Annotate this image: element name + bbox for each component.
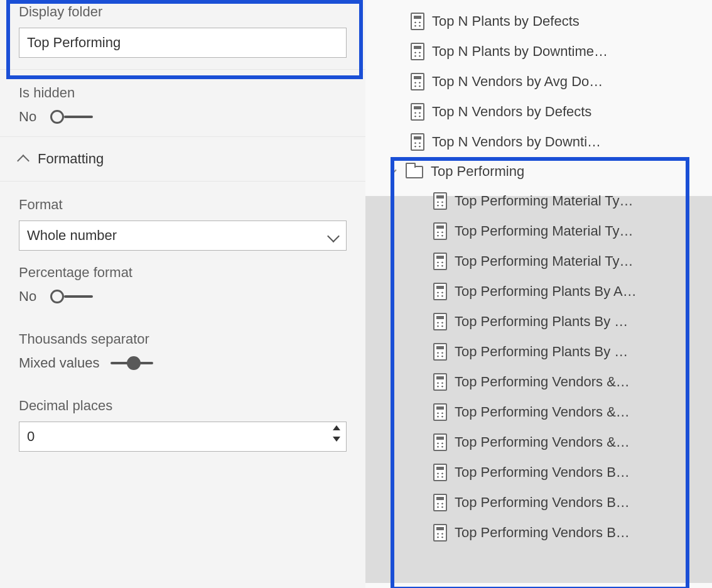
toggle-track-icon (50, 114, 93, 120)
measure-label: Top Performing Vendors B… (455, 464, 630, 481)
measure-item[interactable]: Top N Plants by Defects (406, 6, 712, 36)
measure-label: Top Performing Material Ty… (455, 253, 633, 270)
display-folder-input[interactable] (19, 28, 347, 58)
measure-icon (433, 313, 447, 330)
is-hidden-value: No (19, 109, 40, 125)
decimal-places-label: Decimal places (19, 398, 347, 414)
spinner-arrows[interactable] (333, 425, 340, 442)
measure-icon (433, 433, 447, 451)
measure-label: Top Performing Plants By A… (455, 283, 637, 300)
measure-item[interactable]: Top N Vendors by Downti… (406, 127, 712, 157)
measure-item[interactable]: Top Performing Vendors &… (406, 397, 712, 427)
measure-icon (433, 464, 447, 481)
toggle-track-icon (111, 360, 153, 366)
percentage-format-toggle[interactable]: No (19, 288, 347, 305)
display-folder-section: Display folder (0, 0, 365, 70)
measure-item[interactable]: Top Performing Material Ty… (406, 186, 712, 216)
thousands-separator-toggle[interactable]: Mixed values (19, 355, 347, 371)
measure-item[interactable]: Top Performing Material Ty… (406, 216, 712, 246)
folder-icon (406, 166, 423, 178)
measure-label: Top Performing Vendors &… (455, 404, 630, 420)
measure-item[interactable]: Top Performing Vendors B… (406, 487, 712, 518)
measure-item[interactable]: Top Performing Vendors &… (406, 367, 712, 397)
measure-label: Top Performing Material Ty… (455, 223, 633, 239)
measure-label: Top Performing Material Ty… (455, 193, 633, 209)
measure-icon (411, 43, 424, 60)
measure-label: Top Performing Vendors &… (455, 374, 630, 390)
formatting-section-title: Formatting (38, 151, 104, 167)
measure-item[interactable]: Top Performing Vendors B… (406, 457, 712, 487)
format-section: Format (0, 182, 365, 262)
measure-item[interactable]: Top Performing Material Ty… (406, 246, 712, 276)
fields-tree: Top N Plants by Defects Top N Plants by … (365, 6, 712, 548)
formatting-section-header[interactable]: Formatting (0, 137, 365, 182)
properties-panel: Display folder Is hidden No Formatting F… (0, 0, 365, 588)
percentage-format-label: Percentage format (19, 264, 347, 281)
measure-icon (433, 253, 447, 270)
measure-label: Top Performing Plants By … (455, 344, 628, 360)
measure-icon (433, 283, 447, 300)
decimal-places-section: Decimal places (0, 383, 365, 463)
chevron-up-icon (17, 155, 30, 167)
decimal-places-input[interactable] (19, 422, 347, 452)
measure-label: Top Performing Vendors B… (455, 494, 630, 511)
format-select[interactable] (19, 220, 347, 251)
measure-item[interactable]: Top Performing Vendors B… (406, 518, 712, 548)
format-label: Format (19, 197, 347, 213)
measure-icon (411, 73, 424, 90)
thousands-separator-label: Thousands separator (19, 331, 347, 347)
measure-icon (433, 524, 447, 542)
measure-icon (433, 373, 447, 391)
measure-icon (433, 343, 447, 361)
measure-icon (411, 133, 424, 151)
toggle-track-icon (50, 293, 93, 300)
measure-icon (411, 13, 424, 30)
display-folder-label: Display folder (19, 4, 347, 20)
arrow-up-icon (333, 425, 340, 430)
is-hidden-section: Is hidden No (0, 70, 365, 137)
measure-label: Top N Plants by Defects (432, 13, 580, 30)
measure-item[interactable]: Top N Plants by Downtime… (406, 36, 712, 67)
thousands-separator-value: Mixed values (19, 355, 100, 371)
measure-label: Top Performing Vendors &… (455, 434, 630, 450)
measure-icon (433, 494, 447, 511)
measure-icon (433, 192, 447, 210)
measure-item[interactable]: Top Performing Plants By … (406, 337, 712, 367)
fields-panel: Top N Plants by Defects Top N Plants by … (365, 0, 712, 588)
is-hidden-toggle[interactable]: No (19, 109, 347, 125)
arrow-down-icon (333, 437, 340, 442)
measure-icon (433, 403, 447, 421)
measure-item[interactable]: Top Performing Plants By … (406, 307, 712, 337)
measure-item[interactable]: Top N Vendors by Avg Do… (406, 67, 712, 97)
measure-label: Top N Vendors by Avg Do… (432, 74, 603, 90)
folder-label: Top Performing (431, 163, 524, 180)
measure-item[interactable]: Top Performing Plants By A… (406, 276, 712, 307)
is-hidden-label: Is hidden (19, 85, 347, 101)
percentage-format-section: Percentage format No (0, 262, 365, 316)
measure-icon (411, 103, 424, 121)
thousands-separator-section: Thousands separator Mixed values (0, 316, 365, 383)
folder-row[interactable]: Top Performing (391, 157, 712, 186)
measure-item[interactable]: Top N Vendors by Defects (406, 97, 712, 127)
measure-icon (433, 222, 447, 240)
measure-label: Top N Plants by Downtime… (432, 43, 608, 60)
measure-label: Top N Vendors by Defects (432, 104, 591, 120)
measure-label: Top N Vendors by Downti… (432, 134, 601, 150)
chevron-down-icon (391, 166, 397, 173)
percentage-format-value: No (19, 288, 40, 305)
measure-label: Top Performing Vendors B… (455, 525, 630, 541)
measure-item[interactable]: Top Performing Vendors &… (406, 427, 712, 457)
measure-label: Top Performing Plants By … (455, 313, 628, 330)
